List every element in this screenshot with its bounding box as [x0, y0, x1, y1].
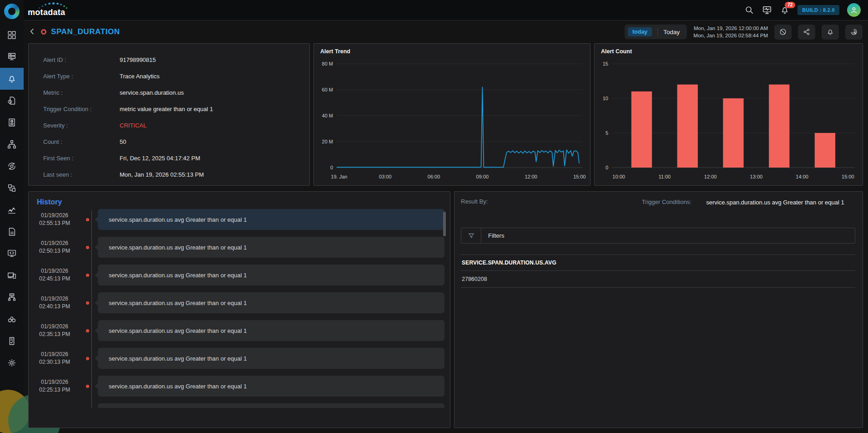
sidebar-item-binoculars[interactable] — [0, 308, 24, 330]
sidebar-item-dashboard-grid[interactable] — [0, 24, 24, 46]
sidebar-item-devices[interactable] — [0, 265, 24, 286]
history-item: 01/19/202602:35:13 PMservice.span.durati… — [32, 320, 444, 341]
sidebar-item-server-network[interactable] — [0, 286, 24, 308]
sidebar-item-file-clock[interactable] — [0, 90, 24, 112]
brand-ring-logo[interactable] — [4, 4, 20, 19]
history-date: 01/19/2026 — [32, 378, 77, 386]
sidebar-item-workflow-boxes[interactable] — [0, 177, 24, 199]
dashboard-grid-icon — [7, 30, 17, 40]
alert-count-chart[interactable]: 05101510:0011:0012:0013:0014:0015:00 — [596, 58, 861, 183]
result-table-header: SERVICE.SPAN.DURATION.US.AVG — [461, 255, 855, 271]
history-timestamp: 01/19/202602:25:13 PM — [32, 378, 77, 394]
page-header: SPAN_DURATION today Today Mon, Jan 19, 2… — [28, 21, 863, 43]
history-message-bubble[interactable]: service.span.duration.us avg Greater tha… — [98, 265, 444, 285]
history-message-bubble[interactable] — [98, 403, 444, 408]
range-end-date: Mon, Jan 19, 2026 02:58:44 PM — [693, 32, 768, 39]
history-item — [32, 403, 444, 408]
svg-text:03:00: 03:00 — [379, 174, 392, 179]
history-scrollbar-thumb[interactable] — [443, 212, 446, 236]
alert-bell-button[interactable] — [822, 25, 839, 40]
history-message-bubble[interactable]: service.span.duration.us avg Greater tha… — [98, 237, 444, 258]
share-button[interactable] — [798, 25, 815, 40]
history-message-bubble[interactable]: service.span.duration.us avg Greater tha… — [98, 376, 444, 397]
svg-text:15:00: 15:00 — [573, 174, 586, 179]
detail-value: Trace Analytics — [120, 73, 160, 80]
history-message-bubble[interactable]: service.span.duration.us avg Greater tha… — [98, 292, 444, 313]
history-item: 01/19/202602:40:13 PMservice.span.durati… — [32, 292, 444, 313]
severity-dot-icon — [41, 29, 46, 35]
sidebar-item-alert-bell[interactable] — [0, 68, 24, 90]
detail-row: Alert Type :Trace Analytics — [43, 71, 301, 81]
detail-row: First Seen :Fri, Dec 12, 2025 04:17:42 P… — [43, 153, 301, 163]
detail-row: Metric :service.span.duration.us — [43, 87, 301, 97]
sidebar-item-automation-gear[interactable] — [0, 155, 24, 177]
sidebar-item-monitor-servers[interactable] — [0, 46, 24, 68]
svg-text:15: 15 — [603, 61, 608, 66]
history-message-bubble[interactable]: service.span.duration.us avg Greater tha… — [98, 320, 444, 341]
filters-bar[interactable]: Filters — [461, 228, 855, 244]
range-label: Today — [663, 29, 680, 36]
notifications-bell-icon[interactable]: 72 — [780, 5, 790, 15]
sidebar-nav — [0, 24, 24, 374]
sidebar-item-metric-trend[interactable] — [0, 199, 24, 221]
svg-text:19. Jan: 19. Jan — [331, 174, 347, 179]
svg-text:14:00: 14:00 — [796, 174, 808, 179]
search-icon[interactable] — [744, 5, 754, 15]
page-title: SPAN_DURATION — [51, 27, 120, 36]
history-date: 01/19/2026 — [32, 267, 77, 275]
sidebar-item-document[interactable] — [0, 221, 24, 243]
automation-gear-icon — [7, 161, 17, 171]
topbar-actions: 72 BUILD : 8.2.0 — [744, 3, 868, 17]
sidebar-item-settings-gear[interactable] — [0, 352, 24, 374]
svg-text:20 M: 20 M — [322, 139, 333, 144]
disable-alert-button[interactable] — [774, 25, 792, 40]
svg-text:10:00: 10:00 — [612, 174, 625, 179]
trace-radar-button[interactable] — [845, 25, 863, 40]
result-table-value[interactable]: 27860208 — [461, 271, 855, 288]
metric-trend-icon — [7, 205, 17, 215]
time-range-selector[interactable]: today Today — [625, 25, 687, 39]
alert-details-panel: Alert ID :91798990815Alert Type :Trace A… — [28, 43, 310, 186]
alert-details-list: Alert ID :91798990815Alert Type :Trace A… — [29, 44, 309, 179]
svg-text:5: 5 — [606, 130, 608, 136]
history-timestamp: 01/19/202602:35:13 PM — [32, 323, 77, 338]
user-avatar[interactable] — [847, 3, 861, 17]
history-time: 02:55:13 PM — [32, 219, 77, 227]
svg-text:15:00: 15:00 — [842, 174, 854, 179]
history-message-bubble[interactable]: service.span.duration.us avg Greater tha… — [98, 348, 444, 369]
detail-row: Count :50 — [43, 137, 301, 147]
history-date: 01/19/2026 — [32, 351, 77, 358]
detail-label: Trigger Condition : — [43, 106, 120, 112]
alert-trend-chart[interactable]: 020 M40 M60 M80 M19. Jan03:0006:0009:001… — [316, 58, 589, 183]
timeline-dot-icon — [86, 301, 89, 305]
page-header-actions: today Today Mon, Jan 19, 2026 12:00:00 A… — [625, 25, 863, 40]
brand-dots-arc — [33, 2, 70, 9]
alert-count-title: Alert Count — [601, 48, 632, 55]
result-panel: Result By: Trigger Conditions: service.s… — [454, 191, 863, 428]
sidebar-item-task-check[interactable] — [0, 330, 24, 352]
detail-label: Count : — [43, 138, 120, 145]
history-message-bubble[interactable]: service.span.duration.us avg Greater tha… — [98, 209, 444, 230]
sidebar-item-report-doc[interactable] — [0, 112, 24, 133]
notification-count-badge: 72 — [785, 2, 795, 8]
detail-value: metric value greater than or equal 1 — [120, 106, 213, 112]
history-time: 02:25:13 PM — [32, 386, 77, 394]
detail-value: CRITICAL — [120, 122, 146, 129]
history-timestamp: 01/19/202602:40:13 PM — [32, 295, 77, 311]
svg-text:13:00: 13:00 — [750, 174, 763, 179]
svg-text:60 M: 60 M — [322, 87, 333, 92]
timeline-dot-icon — [86, 246, 89, 249]
build-version-badge: BUILD : 8.2.0 — [797, 5, 839, 15]
screen-activity-icon[interactable] — [762, 5, 772, 15]
detail-label: Severity : — [43, 122, 120, 129]
document-icon — [7, 227, 17, 237]
history-date: 01/19/2026 — [32, 212, 77, 219]
detail-label: Alert Type : — [43, 73, 120, 80]
svg-text:40 M: 40 M — [322, 113, 333, 118]
sidebar-item-code-monitor[interactable] — [0, 243, 24, 265]
detail-label: First Seen : — [43, 155, 120, 162]
back-button[interactable] — [28, 27, 37, 36]
sidebar-item-topology[interactable] — [0, 133, 24, 155]
detail-value: Mon, Jan 19, 2026 02:55:13 PM — [120, 171, 204, 178]
range-start-date: Mon, Jan 19, 2026 12:00:00 AM — [693, 25, 768, 32]
